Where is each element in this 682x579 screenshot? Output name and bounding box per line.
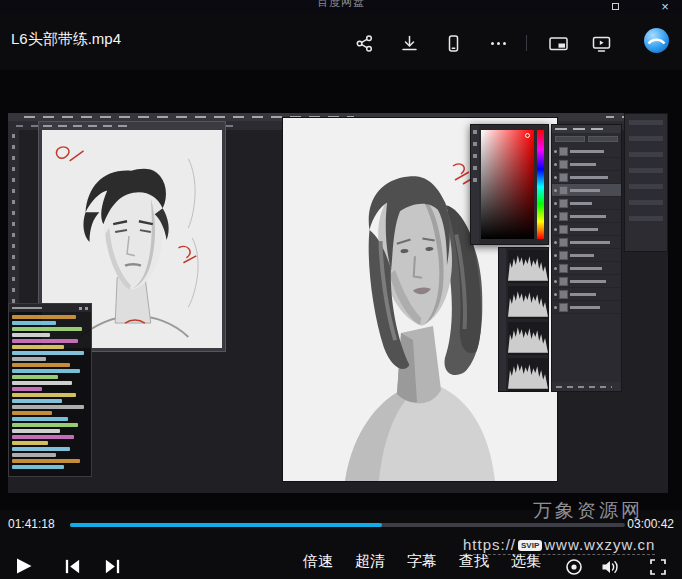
chat-line	[12, 375, 58, 379]
layers-tabs	[552, 125, 621, 133]
watermark-url-domain: www.wxzyw.cn	[544, 536, 655, 553]
fullscreen-icon	[648, 557, 668, 577]
chat-line	[12, 447, 70, 451]
right-side-panel	[624, 113, 668, 252]
chat-line	[12, 465, 64, 469]
layer-row	[552, 145, 621, 158]
layer-row	[552, 223, 621, 236]
chat-line	[12, 393, 76, 397]
more-icon[interactable]	[487, 32, 509, 54]
video-title: L6头部带练.mp4	[11, 30, 121, 49]
chat-line	[12, 327, 82, 331]
chat-line	[12, 405, 84, 409]
volume-icon	[600, 557, 621, 577]
layer-row	[552, 262, 621, 275]
color-picker-panel	[470, 124, 549, 245]
layer-row	[552, 249, 621, 262]
hue-strip	[537, 130, 544, 239]
chat-titlebar	[9, 304, 91, 312]
video-area[interactable]	[0, 70, 682, 510]
histogram	[508, 286, 548, 319]
histogram	[508, 358, 548, 391]
progress-fill	[70, 523, 382, 527]
watermark-url-prefix: https://	[463, 536, 516, 553]
control-labels: 倍速 超清 字幕 查找 选集	[303, 552, 541, 571]
layers-panel	[551, 124, 622, 392]
ps-reference-titlebar	[39, 122, 225, 130]
layer-row	[552, 210, 621, 223]
enhance-icon	[564, 557, 584, 577]
app-window: 百度网盘 × L6头部带练.mp4	[0, 0, 682, 579]
pip-icon[interactable]	[546, 32, 570, 54]
chat-panel	[8, 303, 92, 477]
titlebar: 百度网盘 ×	[0, 0, 682, 13]
layer-row	[552, 197, 621, 210]
layer-row	[552, 236, 621, 249]
volume-button[interactable]	[599, 556, 622, 577]
episodes-button[interactable]: 选集	[511, 552, 541, 571]
subtitle-button[interactable]: 字幕	[407, 552, 437, 571]
chat-line	[12, 339, 78, 343]
histogram	[508, 250, 548, 283]
chat-line	[12, 387, 42, 391]
watermark-site-name: 万象资源网	[533, 498, 643, 524]
next-icon	[103, 557, 122, 576]
chat-line	[12, 441, 48, 445]
chat-line	[12, 381, 72, 385]
chat-line	[12, 363, 70, 367]
play-icon	[14, 556, 34, 576]
layer-row	[552, 275, 621, 288]
chat-line	[12, 417, 68, 421]
layers-blend-controls	[552, 133, 621, 145]
chat-line	[12, 399, 62, 403]
fullscreen-button[interactable]	[647, 556, 668, 577]
layers-bottom-bar	[552, 382, 621, 391]
chat-line	[12, 435, 74, 439]
chat-line	[12, 351, 84, 355]
svip-badge: SVIP	[518, 540, 542, 551]
layer-row	[552, 158, 621, 171]
search-button[interactable]: 查找	[459, 552, 489, 571]
chat-line	[12, 321, 56, 325]
header-divider	[526, 35, 527, 51]
next-button[interactable]	[103, 557, 122, 576]
close-window-button[interactable]: ×	[656, 0, 674, 13]
previous-button[interactable]	[63, 557, 82, 576]
histogram-labels-strip	[499, 248, 506, 391]
chat-line	[12, 429, 60, 433]
more-dots	[491, 42, 506, 45]
chat-line	[12, 411, 52, 415]
previous-icon	[63, 557, 82, 576]
chat-line	[12, 423, 78, 427]
chat-messages	[12, 315, 88, 473]
speed-button[interactable]: 倍速	[303, 552, 333, 571]
video-frame	[8, 113, 668, 493]
histogram	[508, 322, 548, 355]
avatar[interactable]	[644, 28, 669, 53]
chat-line	[12, 345, 64, 349]
color-gradient-square	[481, 130, 534, 239]
restore-window-button[interactable]	[606, 0, 624, 13]
layer-row	[552, 184, 621, 197]
cast-icon[interactable]	[589, 32, 613, 54]
layer-row	[552, 301, 621, 314]
chat-line	[12, 333, 50, 337]
histogram-panel	[498, 247, 549, 392]
player-header: L6头部带练.mp4	[0, 13, 682, 70]
chat-line	[12, 315, 76, 319]
chat-line	[12, 369, 80, 373]
chat-line	[12, 459, 80, 463]
share-icon[interactable]	[353, 32, 375, 54]
phone-transfer-icon[interactable]	[442, 32, 464, 54]
enhance-button[interactable]	[563, 556, 584, 577]
download-icon[interactable]	[398, 32, 420, 54]
layers-rows	[552, 145, 621, 382]
restore-window-icon	[612, 3, 619, 10]
panel-icons-strip	[471, 125, 479, 244]
layer-row	[552, 288, 621, 301]
chat-line	[12, 357, 46, 361]
chat-line	[12, 453, 56, 457]
play-button[interactable]	[13, 555, 35, 577]
quality-button[interactable]: 超清	[355, 552, 385, 571]
current-time: 01:41:18	[8, 517, 55, 531]
